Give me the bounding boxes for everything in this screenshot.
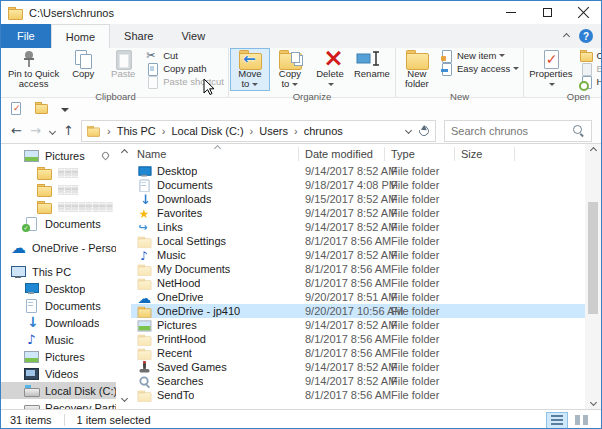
sidebar-item[interactable]: This PC	[1, 263, 116, 280]
breadcrumb-item[interactable]: chrunos	[288, 125, 343, 137]
sidebar-item[interactable]: Music	[1, 331, 116, 348]
qat-new-folder-icon[interactable]	[35, 102, 48, 114]
new-item-button[interactable]: New item	[437, 49, 522, 62]
file-row[interactable]: SendTo 8/1/2017 8:56 AM File folder	[131, 388, 585, 402]
qat-properties-icon[interactable]	[9, 102, 22, 114]
tab-share[interactable]: Share	[110, 24, 167, 48]
delete-button[interactable]: Delete	[310, 48, 350, 91]
file-name: Downloads	[157, 193, 211, 205]
forward-button[interactable]: →	[26, 123, 45, 138]
file-row[interactable]: Favorites 9/14/2017 8:52 AM File folder	[131, 206, 585, 220]
file-row[interactable]: NetHood 8/1/2017 8:56 AM File folder	[131, 276, 585, 290]
breadcrumb-item[interactable]: This PC	[101, 125, 156, 137]
tab-home[interactable]: Home	[51, 24, 110, 48]
copy-path-icon	[146, 63, 159, 75]
file-row[interactable]: OneDrive - jp410 9/20/2017 10:56 AM File…	[131, 304, 585, 318]
file-row[interactable]: OneDrive 9/20/2017 8:51 AM File folder	[131, 290, 585, 304]
file-type: File folder	[385, 179, 455, 191]
copy-to-button[interactable]: Copy to	[270, 48, 310, 91]
back-button[interactable]: ←	[7, 123, 26, 138]
file-type: File folder	[385, 165, 455, 177]
minimize-ribbon-icon[interactable]	[563, 32, 570, 39]
new-group-label: New	[397, 91, 522, 102]
maximize-button[interactable]	[529, 1, 565, 24]
column-header-size[interactable]: Size	[455, 144, 515, 164]
cut-button[interactable]: Cut	[143, 49, 227, 62]
sidebar-item[interactable]: Pictures	[1, 147, 116, 164]
sidebar-item[interactable]: ▒▒▒▒▒▒▒▒	[1, 198, 116, 215]
open-button[interactable]: Open	[577, 49, 602, 62]
sidebar-item[interactable]: Local Disk (C:)	[1, 382, 116, 399]
new-folder-button[interactable]: New folder	[397, 48, 437, 91]
file-type: File folder	[385, 291, 455, 303]
sidebar-item[interactable]: ▒▒▒	[1, 164, 116, 181]
file-row[interactable]: Documents 9/18/2017 4:08 PM File folder	[131, 178, 585, 192]
copy-path-button[interactable]: Copy path	[143, 62, 227, 75]
easy-access-button[interactable]: Easy access	[437, 62, 522, 75]
file-type: File folder	[385, 193, 455, 205]
properties-button[interactable]: Properties	[525, 48, 576, 91]
column-headers: Name Date modified Type Size	[131, 144, 585, 164]
sidebar-item[interactable]: Recovery Partitio	[1, 399, 116, 409]
breadcrumb-item[interactable]: Local Disk (C:)	[156, 125, 244, 137]
ribbon-group-open: Properties Open Edit History Open	[523, 48, 602, 97]
sidebar-item[interactable]: Documents	[1, 297, 116, 314]
column-header-type[interactable]: Type	[385, 144, 455, 164]
recent-locations-caret-icon[interactable]	[45, 127, 59, 134]
scrollbar-thumb[interactable]	[588, 202, 598, 314]
file-row[interactable]: PrintHood 8/1/2017 8:56 AM File folder	[131, 332, 585, 346]
column-header-name[interactable]: Name	[131, 144, 299, 164]
details-view-button[interactable]	[546, 412, 568, 429]
file-row[interactable]: Local Settings 8/1/2017 8:56 AM File fol…	[131, 234, 585, 248]
file-row[interactable]: Desktop 9/14/2017 8:52 AM File folder	[131, 164, 585, 178]
qat-customize-caret-icon[interactable]	[61, 108, 69, 112]
file-row[interactable]: Saved Games 9/14/2017 8:52 AM File folde…	[131, 360, 585, 374]
file-row[interactable]: Links 9/14/2017 8:52 AM File folder	[131, 220, 585, 234]
file-row[interactable]: Pictures 9/14/2017 8:52 AM File folder	[131, 318, 585, 332]
folder-faded-icon	[138, 347, 152, 359]
help-icon[interactable]	[579, 29, 593, 43]
file-row[interactable]: Music 9/14/2017 8:52 AM File folder	[131, 248, 585, 262]
easy-access-icon	[440, 63, 453, 75]
file-row[interactable]: Recent 8/1/2017 8:56 AM File folder	[131, 346, 585, 360]
pin-to-quick-access-button[interactable]: Pin to Quick access	[4, 48, 63, 91]
file-row[interactable]: Searches 9/14/2017 8:52 AM File folder	[131, 374, 585, 388]
close-button[interactable]	[565, 1, 601, 24]
sidebar-item[interactable]: Desktop	[1, 280, 116, 297]
search-input[interactable]	[451, 125, 572, 137]
file-row[interactable]: My Documents 8/1/2017 8:56 AM File folde…	[131, 262, 585, 276]
copy-icon	[67, 50, 99, 69]
scroll-up-icon[interactable]	[589, 147, 596, 154]
file-row[interactable]: Downloads 9/15/2017 8:52 AM File folder	[131, 192, 585, 206]
search-icon[interactable]	[572, 124, 585, 137]
copy-button[interactable]: Copy	[63, 48, 103, 81]
breadcrumb-box[interactable]: This PCLocal Disk (C:)Userschrunos	[81, 120, 436, 142]
sidebar-item[interactable]: ▒▒▒	[1, 181, 116, 198]
up-button[interactable]: ↑	[59, 123, 78, 138]
scroll-down-icon[interactable]	[589, 399, 596, 406]
sidebar-item[interactable]: Pictures	[1, 348, 116, 365]
rename-button[interactable]: Rename	[350, 48, 394, 81]
minimize-button[interactable]	[493, 1, 529, 24]
edit-button[interactable]: Edit	[577, 62, 602, 75]
address-dropdown-caret-icon[interactable]	[405, 127, 412, 134]
move-to-button[interactable]: Move to	[230, 48, 270, 91]
sidebar-item[interactable]: OneDrive - Person	[1, 239, 116, 256]
column-header-date-modified[interactable]: Date modified	[299, 144, 385, 164]
window-title: C:\Users\chrunos	[29, 7, 114, 19]
tab-view[interactable]: View	[167, 24, 219, 48]
thumbnails-view-button[interactable]	[570, 412, 592, 429]
paste-shortcut-button[interactable]: Paste shortcut	[143, 75, 227, 88]
paste-button[interactable]: Paste	[103, 48, 143, 81]
refresh-icon[interactable]	[417, 124, 431, 138]
vertical-scrollbar[interactable]	[585, 144, 601, 409]
file-name: Documents	[157, 179, 213, 191]
sidebar-item[interactable]: Videos	[1, 365, 116, 382]
sidebar-item[interactable]: Documents	[1, 215, 116, 232]
breadcrumb-item[interactable]: Users	[244, 125, 288, 137]
history-button[interactable]: History	[577, 75, 602, 88]
folder-faded-icon	[138, 263, 152, 275]
tab-file[interactable]: File	[1, 24, 51, 48]
sidebar-item[interactable]: Downloads	[1, 314, 116, 331]
search-box[interactable]	[444, 120, 592, 142]
